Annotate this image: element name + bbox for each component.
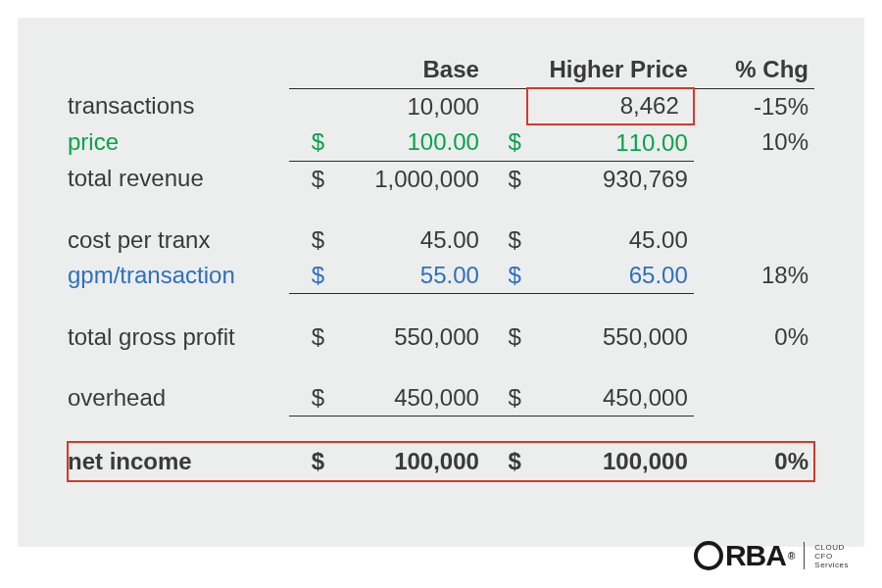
- header-pct-chg: % Chg: [694, 52, 814, 88]
- header-row: Base Higher Price % Chg: [68, 52, 814, 88]
- label-net-income: net income: [68, 442, 289, 481]
- base-cur-cost: $: [289, 222, 330, 258]
- table-panel: Base Higher Price % Chg transactions 10,…: [18, 18, 864, 547]
- row-total-revenue: total revenue $ 1,000,000 $ 930,769: [68, 161, 814, 197]
- spacer-1: [68, 197, 814, 222]
- page-frame: Base Higher Price % Chg transactions 10,…: [0, 0, 882, 588]
- base-cur-overhead: $: [289, 380, 330, 416]
- brand-divider: [804, 542, 805, 569]
- higher-val-gpm: 65.00: [527, 258, 694, 294]
- brand-sub3: Services: [814, 561, 849, 569]
- label-cost-per-tranx: cost per tranx: [68, 222, 289, 258]
- brand-sub1: CLOUD: [814, 543, 845, 552]
- higher-val-tgp: 550,000: [527, 319, 694, 355]
- row-net-income: net income $ 100,000 $ 100,000 0%: [68, 442, 814, 481]
- higher-val-overhead: 450,000: [527, 380, 694, 416]
- brand-name: RBA: [725, 539, 786, 572]
- higher-cur-price: $: [485, 124, 527, 162]
- higher-cur-cost: $: [485, 222, 527, 258]
- header-higher-price: Higher Price: [485, 52, 694, 88]
- chg-price: 10%: [694, 124, 814, 162]
- label-price: price: [68, 124, 289, 162]
- finance-table: Base Higher Price % Chg transactions 10,…: [68, 52, 814, 481]
- higher-cur-net: $: [485, 442, 527, 481]
- base-cur-tgp: $: [289, 319, 330, 355]
- base-cur-transactions: [289, 88, 330, 124]
- higher-cur-overhead: $: [485, 380, 527, 416]
- orb-icon: [694, 541, 723, 570]
- chg-tgp: 0%: [694, 319, 814, 355]
- higher-cur-tgp: $: [485, 319, 527, 355]
- base-cur-gpm: $: [289, 258, 330, 294]
- label-overhead: overhead: [68, 380, 289, 416]
- registered-icon: ®: [788, 551, 794, 562]
- base-val-tgp: 550,000: [330, 319, 485, 355]
- spacer-2: [68, 293, 814, 319]
- base-cur-price: $: [289, 124, 330, 162]
- base-val-total-revenue: 1,000,000: [330, 161, 485, 197]
- brand-subtitle: CLOUD CFO Services: [814, 543, 849, 569]
- base-val-price: 100.00: [330, 124, 485, 162]
- row-overhead: overhead $ 450,000 $ 450,000: [68, 380, 814, 416]
- chg-overhead: [694, 380, 814, 416]
- chg-gpm: 18%: [694, 258, 814, 294]
- base-val-gpm: 55.00: [330, 258, 485, 294]
- higher-val-total-revenue: 930,769: [527, 161, 694, 197]
- header-blank: [68, 52, 289, 88]
- higher-val-net: 100,000: [527, 442, 694, 481]
- spacer-4: [68, 416, 814, 442]
- spacer-3: [68, 355, 814, 380]
- row-cost-per-tranx: cost per tranx $ 45.00 $ 45.00: [68, 222, 814, 258]
- higher-cur-gpm: $: [485, 258, 527, 294]
- row-price: price $ 100.00 $ 110.00 10%: [68, 124, 814, 162]
- base-val-cost: 45.00: [330, 222, 485, 258]
- row-transactions: transactions 10,000 8,462 -15%: [68, 88, 814, 124]
- chg-transactions: -15%: [694, 88, 814, 124]
- base-cur-net: $: [289, 442, 330, 481]
- higher-cur-total-revenue: $: [485, 161, 527, 197]
- base-val-net: 100,000: [330, 442, 485, 481]
- row-gpm-transaction: gpm/transaction $ 55.00 $ 65.00 18%: [68, 258, 814, 294]
- label-total-revenue: total revenue: [68, 161, 289, 197]
- higher-val-transactions: 8,462: [527, 88, 694, 124]
- chg-cost: [694, 222, 814, 258]
- row-total-gross-profit: total gross profit $ 550,000 $ 550,000 0…: [68, 319, 814, 355]
- higher-val-cost: 45.00: [527, 222, 694, 258]
- label-transactions: transactions: [68, 88, 289, 124]
- chg-total-revenue: [694, 161, 814, 197]
- header-base: Base: [289, 52, 485, 88]
- label-tgp: total gross profit: [68, 319, 289, 355]
- base-val-overhead: 450,000: [330, 380, 485, 416]
- chg-net: 0%: [694, 442, 814, 481]
- brand-logo: RBA ®: [694, 539, 794, 572]
- label-gpm: gpm/transaction: [68, 258, 289, 294]
- base-cur-total-revenue: $: [289, 161, 330, 197]
- higher-val-price: 110.00: [527, 124, 694, 162]
- brand-sub2: CFO: [814, 552, 832, 561]
- higher-cur-transactions: [485, 88, 527, 124]
- base-val-transactions: 10,000: [330, 88, 485, 124]
- brand-lockup: RBA ® CLOUD CFO Services: [694, 539, 849, 572]
